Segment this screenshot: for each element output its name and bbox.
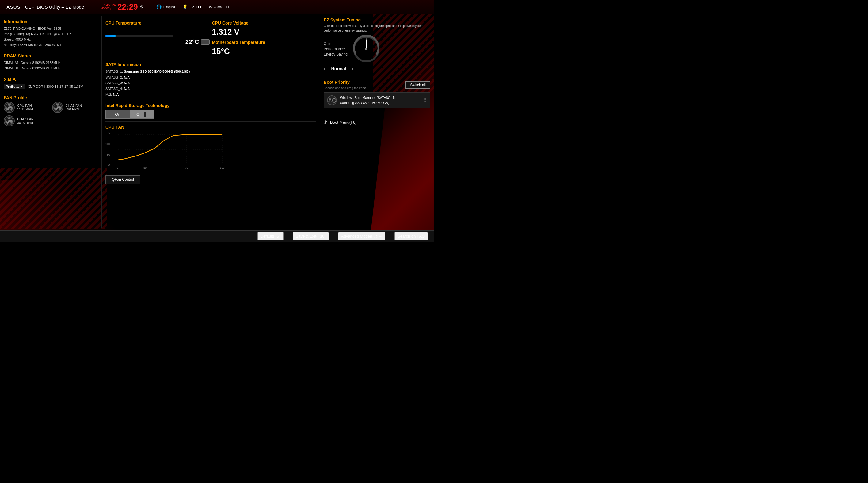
sata-label-1: SATA6G_2: [105, 76, 124, 79]
chart-y-100: 100 [105, 142, 110, 145]
search-faq-button[interactable]: Search on FAQ [395, 232, 428, 240]
gauge-container [352, 35, 380, 64]
asus-logo: ASUS [5, 4, 22, 10]
boot-item-detail: Samsung SSD 850 EVO 500GB) [340, 100, 395, 106]
tuning-option-energy[interactable]: Energy Saving [324, 52, 347, 56]
mb-temp-value: 15°C [212, 47, 316, 56]
globe-icon: 🌐 [156, 4, 161, 9]
cpu-temp-value: 22°C [185, 38, 199, 46]
boot-disk-icon [327, 95, 337, 105]
fan-item-cha2: CHA2 FAN 3013 RPM [4, 115, 50, 126]
svg-text:70: 70 [185, 166, 188, 169]
rst-title: Intel Rapid Storage Technology [105, 103, 316, 108]
ez-tuning-title: EZ System Tuning [324, 18, 430, 22]
sata-entry-4: M.2: N/A [105, 92, 316, 97]
day-display: Monday [100, 7, 116, 10]
sata-value-1: N/A [124, 76, 130, 79]
cha1-fan-name: CHA1 FAN [66, 104, 82, 107]
svg-text:0: 0 [117, 166, 118, 169]
tuning-option-quiet[interactable]: Quiet [324, 42, 347, 46]
header-divider [89, 3, 89, 10]
boot-menu-label: Boot Menu(F8) [330, 120, 357, 124]
divider-dram [4, 74, 98, 74]
divider2 [150, 3, 150, 10]
divider-rst [105, 121, 316, 121]
settings-icon[interactable]: ⚙ [140, 4, 144, 9]
advanced-mode-button[interactable]: Advanced Mode(F7)|→ [338, 232, 385, 240]
cha1-fan-rpm: 690 RPM [66, 107, 82, 111]
default-button[interactable]: Default(F5) [257, 232, 283, 240]
rst-off-btn[interactable]: Off [130, 110, 154, 119]
dimm-a1-value: Corsair 8192MB 2133MHz [21, 61, 60, 64]
divider-sata [105, 100, 316, 100]
boot-priority-desc: Choose one and drag the items. [324, 87, 367, 90]
rst-on-btn[interactable]: On [105, 110, 130, 119]
qfan-button[interactable]: QFan Control [105, 175, 141, 184]
fan-blade-svg [5, 103, 13, 112]
left-column: Information Z170I PRO GAMING BIOS Ver. 3… [4, 16, 102, 228]
xmp-profile: Profile#1 [6, 85, 19, 88]
fan-item-cpu: CPU FAN 1134 RPM [4, 102, 50, 113]
chart-y-percent-label: % [107, 131, 110, 134]
cursor-indicator [144, 112, 146, 117]
chart-area: 0 30 70 100 °C [112, 131, 225, 172]
next-arrow[interactable]: › [351, 65, 354, 72]
cpu-text: Intel(R) Core(TM) i7-6700K CPU @ 4.00GHz [4, 32, 98, 37]
sata-entry-1: SATA6G_2: N/A [105, 75, 316, 80]
sata-value-2: N/A [124, 81, 130, 85]
dimm-b1-label: DIMM_B1: [4, 66, 20, 70]
xmp-title: X.M.P. [4, 77, 98, 82]
rst-on-label: On [115, 112, 120, 117]
cpu-fan-icon [4, 102, 15, 113]
svg-point-2 [8, 104, 11, 106]
cpu-voltage-title: CPU Core Voltage [212, 21, 316, 26]
mb-temp-section: Motherboard Temperature 15°C [212, 40, 316, 56]
sata-label-m2: M.2: [105, 93, 113, 96]
ez-tuning-desc: Click the icon below to apply a pre-conf… [324, 24, 430, 33]
temp-bar-bg [105, 35, 173, 37]
svg-point-1 [8, 107, 10, 108]
header-title: UEFI BIOS Utility – EZ Mode [25, 4, 84, 9]
sata-label-3: SATA6G_4: [105, 87, 124, 90]
prev-arrow[interactable]: ‹ [324, 65, 326, 72]
current-profile-label: Normal [330, 66, 348, 71]
svg-text:°C: °C [225, 164, 225, 167]
sata-entry-0: SATA6G_1: Samsung SSD 850 EVO 500GB (500… [105, 69, 316, 75]
switch-all-button[interactable]: Switch all [405, 81, 430, 89]
cpu-fan-rpm: 1134 RPM [17, 107, 33, 111]
cha1-fan-blade-svg [53, 103, 62, 112]
mb-temp-title: Motherboard Temperature [212, 40, 316, 45]
rst-off-label: Off [136, 112, 142, 117]
datetime-section: 11/04/2024 Monday 22:29 ⚙ [100, 3, 144, 11]
svg-point-35 [330, 100, 330, 100]
divider-info [4, 50, 98, 50]
cpu-temp-section: CPU Temperature 22°C [105, 18, 210, 56]
cpu-voltage-section: CPU Core Voltage 1.312 V [212, 21, 316, 37]
information-title: Information [4, 19, 98, 24]
sata-label-2: SATA6G_3: [105, 81, 124, 85]
ez-wizard-button[interactable]: 💡 EZ Tuning Wizard(F11) [182, 4, 230, 9]
language-button[interactable]: 🌐 English [156, 4, 177, 9]
svg-text:30: 30 [144, 166, 147, 169]
fan-chart-svg: 0 30 70 100 °C [112, 131, 225, 171]
xmp-dropdown[interactable]: Profile#1 ▼ [4, 84, 25, 89]
sata-label-0: SATA6G_1: [105, 70, 124, 73]
save-exit-button[interactable]: Save & Exit(F10) [293, 232, 329, 240]
sata-title: SATA Information [105, 62, 316, 67]
sata-entry-3: SATA6G_4: N/A [105, 86, 316, 92]
cpu-fan-chart-title: CPU FAN [105, 124, 316, 130]
boot-menu-button[interactable]: ✳ Boot Menu(F8) [324, 119, 430, 125]
xmp-section: X.M.P. Profile#1 ▼ XMP DDR4-3000 15-17-1… [4, 77, 98, 89]
boot-item-0[interactable]: Windows Boot Manager (SATA6G_1: Samsung … [324, 92, 430, 108]
chart-y-50: 50 [107, 153, 110, 156]
tuning-option-performance[interactable]: Performance [324, 47, 347, 51]
cha1-fan-icon [52, 102, 63, 113]
drag-handle-icon[interactable]: ⠿ [423, 97, 427, 103]
fan-item-cha1: CHA1 FAN 690 RPM [52, 102, 98, 113]
language-label: English [163, 5, 177, 9]
temp-bar-fill [105, 35, 116, 37]
temp-slider[interactable] [201, 39, 210, 45]
sata-entries: SATA6G_1: Samsung SSD 850 EVO 500GB (500… [105, 69, 316, 97]
header: ASUS UEFI BIOS Utility – EZ Mode 11/04/2… [0, 0, 434, 14]
cpu-fan-chart-section: CPU FAN % 100 50 0 [105, 124, 316, 184]
